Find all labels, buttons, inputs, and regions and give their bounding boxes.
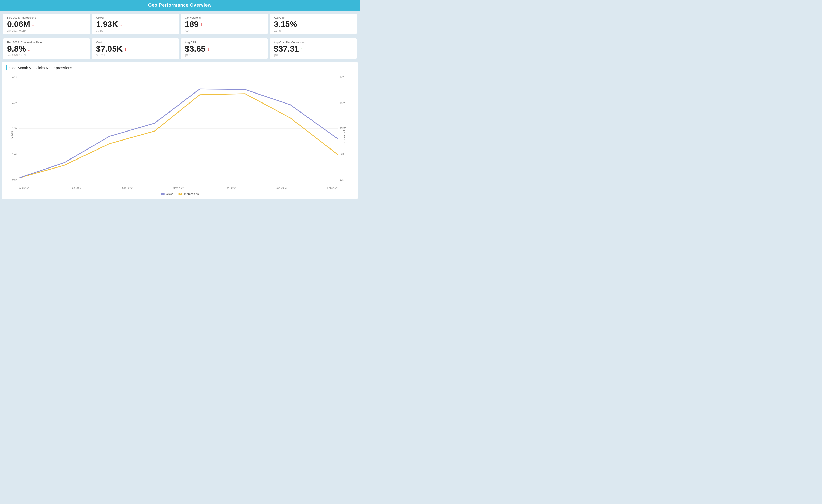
x-label: Dec 2022 bbox=[225, 186, 236, 189]
metric-label-conversions: Conversions bbox=[185, 16, 264, 19]
metric-card-avg_cost_per_conversion: Avg Cost Per Conversion $37.31 ↑ $31.51 bbox=[270, 38, 357, 59]
legend-color-impressions: ✓ bbox=[178, 193, 182, 195]
metric-prev-conversion_rate: Jan 2023: 12.3% bbox=[7, 54, 86, 57]
y-axis-left: 4.1K3.2K2.3K1.4K0.5K bbox=[6, 76, 18, 181]
chart-wrapper: 4.1K3.2K2.3K1.4K0.5K 172K132K92K52K12K C… bbox=[6, 73, 354, 196]
arrow-avg_cost_per_conversion: ↑ bbox=[301, 46, 303, 52]
y-right-label: 172K bbox=[339, 76, 346, 79]
metric-value-row-avg_cpr: $3.65 ↓ bbox=[185, 44, 264, 53]
metric-label-avg_cost_per_conversion: Avg Cost Per Conversion bbox=[274, 41, 352, 44]
impressions-line bbox=[19, 94, 338, 178]
metric-value-impressions: 0.06M bbox=[7, 20, 30, 29]
metric-label-impressions: Feb 2023: Impressions bbox=[7, 16, 86, 19]
x-label: Jan 2023 bbox=[276, 186, 287, 189]
metric-value-row-conversions: 189 ↓ bbox=[185, 20, 264, 29]
y-left-label: 1.4K bbox=[12, 153, 18, 156]
metric-value-row-avg_cost_per_conversion: $37.31 ↑ bbox=[274, 44, 352, 53]
metric-prev-avg_ctr: 2.97% bbox=[274, 29, 352, 32]
metric-prev-avg_cost_per_conversion: $31.51 bbox=[274, 54, 352, 57]
metric-value-row-clicks: 1.93K ↓ bbox=[96, 20, 175, 29]
legend-color-clicks: ✓ bbox=[161, 193, 165, 195]
metric-card-conversion_rate: Feb 2023: Conversion Rate 9.8% ↓ Jan 202… bbox=[3, 38, 90, 59]
x-label: Nov 2022 bbox=[173, 186, 184, 189]
chart-section: Geo Monthly - Clicks Vs Impressions 4.1K… bbox=[2, 62, 358, 199]
x-axis: Aug 2022Sep 2022Oct 2022Nov 2022Dec 2022… bbox=[19, 186, 338, 189]
metric-prev-cost: $13.05K bbox=[96, 54, 175, 57]
y-axis-title-left: Clicks bbox=[10, 131, 13, 139]
page-title: Geo Performance Overview bbox=[0, 0, 360, 11]
metric-card-avg_cpr: Avg CPR $3.65 ↓ $3.88 bbox=[181, 38, 268, 59]
header: Geo Performance Overview bbox=[0, 0, 360, 11]
metric-card-avg_ctr: Avg CTR 3.15% ↑ 2.97% bbox=[270, 14, 357, 34]
metric-prev-avg_cpr: $3.88 bbox=[185, 54, 264, 57]
chart-svg bbox=[19, 76, 338, 181]
legend-label-impressions: Impressions bbox=[183, 192, 198, 195]
metric-label-avg_ctr: Avg CTR bbox=[274, 16, 352, 19]
arrow-avg_cpr: ↓ bbox=[207, 46, 210, 52]
y-right-label: 52K bbox=[339, 153, 344, 156]
metric-card-conversions: Conversions 189 ↓ 414 bbox=[181, 14, 268, 34]
metric-value-conversion_rate: 9.8% bbox=[7, 44, 26, 53]
legend-label-clicks: Clicks bbox=[166, 192, 173, 195]
y-right-label: 132K bbox=[339, 101, 346, 104]
metric-label-clicks: Clicks bbox=[96, 16, 175, 19]
x-label: Oct 2022 bbox=[122, 186, 132, 189]
arrow-cost: ↓ bbox=[124, 46, 127, 52]
metric-label-cost: Cost bbox=[96, 41, 175, 44]
chart-title: Geo Monthly - Clicks Vs Impressions bbox=[9, 65, 72, 70]
metric-value-avg_cost_per_conversion: $37.31 bbox=[274, 44, 299, 53]
y-left-label: 4.1K bbox=[12, 76, 18, 79]
y-left-label: 3.2K bbox=[12, 101, 18, 104]
metric-value-clicks: 1.93K bbox=[96, 20, 118, 29]
y-axis-title-right: Impressions bbox=[343, 127, 346, 142]
x-label: Sep 2022 bbox=[71, 186, 82, 189]
x-label: Feb 2023 bbox=[327, 186, 338, 189]
metric-value-cost: $7.05K bbox=[96, 44, 122, 53]
clicks-line bbox=[19, 89, 338, 178]
metric-prev-clicks: 3.36K bbox=[96, 29, 175, 32]
y-right-label: 12K bbox=[339, 178, 344, 181]
metric-card-impressions: Feb 2023: Impressions 0.06M ↓ Jan 2023: … bbox=[3, 14, 90, 34]
metric-value-row-cost: $7.05K ↓ bbox=[96, 44, 175, 53]
metric-prev-conversions: 414 bbox=[185, 29, 264, 32]
arrow-avg_ctr: ↑ bbox=[299, 22, 301, 27]
metric-value-row-impressions: 0.06M ↓ bbox=[7, 20, 86, 29]
metric-card-clicks: Clicks 1.93K ↓ 3.36K bbox=[92, 14, 179, 34]
arrow-conversion_rate: ↓ bbox=[27, 46, 30, 52]
legend-item-impressions: ✓ Impressions bbox=[178, 192, 198, 195]
y-left-label: 2.3K bbox=[12, 127, 18, 130]
chart-legend: ✓ Clicks ✓ Impressions bbox=[161, 192, 199, 195]
metric-value-conversions: 189 bbox=[185, 20, 198, 29]
y-left-label: 0.5K bbox=[12, 178, 18, 181]
metrics-row-1: Feb 2023: Impressions 0.06M ↓ Jan 2023: … bbox=[0, 11, 360, 35]
chart-area bbox=[19, 76, 338, 181]
chart-title-accent bbox=[6, 65, 7, 70]
x-label: Aug 2022 bbox=[19, 186, 30, 189]
metric-value-avg_cpr: $3.65 bbox=[185, 44, 206, 53]
metric-value-row-conversion_rate: 9.8% ↓ bbox=[7, 44, 86, 53]
metric-value-avg_ctr: 3.15% bbox=[274, 20, 297, 29]
metric-label-conversion_rate: Feb 2023: Conversion Rate bbox=[7, 41, 86, 44]
arrow-impressions: ↓ bbox=[32, 22, 34, 27]
metric-label-avg_cpr: Avg CPR bbox=[185, 41, 264, 44]
arrow-clicks: ↓ bbox=[119, 22, 122, 27]
metric-card-cost: Cost $7.05K ↓ $13.05K bbox=[92, 38, 179, 59]
legend-item-clicks: ✓ Clicks bbox=[161, 192, 173, 195]
metrics-row-2: Feb 2023: Conversion Rate 9.8% ↓ Jan 202… bbox=[0, 35, 360, 60]
metric-prev-impressions: Jan 2023: 0.11M bbox=[7, 29, 86, 32]
arrow-conversions: ↓ bbox=[200, 22, 203, 27]
metric-value-row-avg_ctr: 3.15% ↑ bbox=[274, 20, 352, 29]
